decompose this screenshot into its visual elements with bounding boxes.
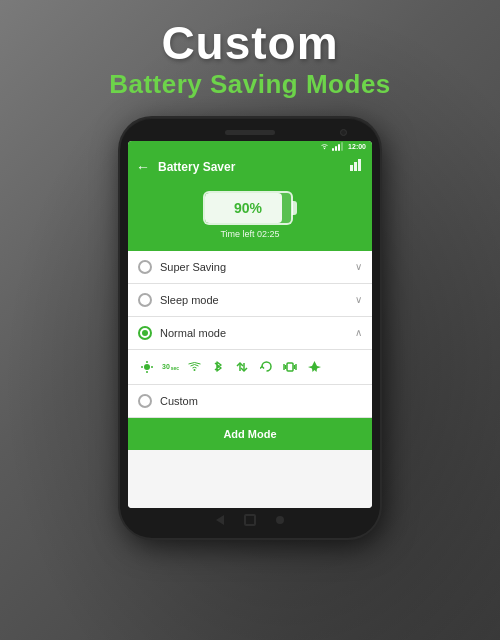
wifi-status-icon: [320, 143, 329, 150]
sync-icon: [257, 358, 275, 376]
recents-nav-button[interactable]: [276, 516, 284, 524]
radio-sleep[interactable]: [138, 293, 152, 307]
svg-rect-10: [287, 363, 293, 371]
mode-label-super-saving: Super Saving: [160, 261, 355, 273]
chart-icon[interactable]: [350, 159, 364, 174]
title-area: Custom Battery Saving Modes: [0, 0, 500, 108]
mode-label-sleep: Sleep mode: [160, 294, 355, 306]
phone-top: [128, 130, 372, 135]
mode-row-sleep[interactable]: Sleep mode ∨: [128, 284, 372, 317]
battery-percent: 90%: [234, 200, 262, 216]
svg-rect-1: [354, 162, 357, 171]
phone-speaker: [225, 130, 275, 135]
phone-mockup: 12:00 ← Battery Saver: [120, 118, 380, 538]
battery-display: 90% Time left 02:25: [128, 181, 372, 251]
mode-row-super-saving[interactable]: Super Saving ∨: [128, 251, 372, 284]
wifi-icon: [185, 358, 203, 376]
home-nav-button[interactable]: [244, 514, 256, 526]
svg-point-3: [144, 364, 150, 370]
status-time: 12:00: [348, 143, 366, 150]
phone-screen: 12:00 ← Battery Saver: [128, 141, 372, 508]
sub-title: Battery Saving Modes: [0, 69, 500, 100]
phone-nav-bar: [128, 514, 372, 526]
mode-row-custom[interactable]: Custom: [128, 385, 372, 418]
radio-normal[interactable]: [138, 326, 152, 340]
mode-label-normal: Normal mode: [160, 327, 355, 339]
timer-badge: 30 sec: [162, 362, 179, 371]
phone-camera: [340, 129, 347, 136]
signal-icon: [332, 143, 343, 151]
timer-value: 30: [162, 363, 170, 370]
battery-time-left: Time left 02:25: [220, 229, 279, 239]
phone-body: 12:00 ← Battery Saver: [120, 118, 380, 538]
status-bar: 12:00: [128, 141, 372, 153]
radio-selected-indicator: [142, 330, 148, 336]
app-title: Battery Saver: [158, 160, 350, 174]
normal-mode-icons-row: 30 sec: [128, 350, 372, 385]
airplane-icon: [305, 358, 323, 376]
battery-body: 90%: [203, 191, 293, 225]
svg-rect-2: [358, 159, 361, 171]
data-arrows-icon: [233, 358, 251, 376]
bluetooth-icon: [209, 358, 227, 376]
battery-visual: 90%: [203, 191, 297, 225]
back-nav-button[interactable]: [216, 515, 224, 525]
vibrate-icon: [281, 358, 299, 376]
main-title: Custom: [0, 18, 500, 69]
mode-row-normal[interactable]: Normal mode ∧: [128, 317, 372, 350]
back-button[interactable]: ←: [136, 159, 150, 175]
svg-rect-0: [350, 165, 353, 171]
add-mode-button[interactable]: Add Mode: [128, 418, 372, 450]
chevron-down-icon-sleep: ∨: [355, 294, 362, 305]
timer-unit: sec: [171, 365, 179, 371]
modes-list: Super Saving ∨ Sleep mode ∨ Normal mode …: [128, 251, 372, 508]
radio-custom[interactable]: [138, 394, 152, 408]
chevron-up-icon: ∧: [355, 327, 362, 338]
app-bar: ← Battery Saver: [128, 153, 372, 181]
chevron-down-icon: ∨: [355, 261, 362, 272]
brightness-icon: [138, 358, 156, 376]
mode-label-custom: Custom: [160, 395, 362, 407]
radio-super-saving[interactable]: [138, 260, 152, 274]
